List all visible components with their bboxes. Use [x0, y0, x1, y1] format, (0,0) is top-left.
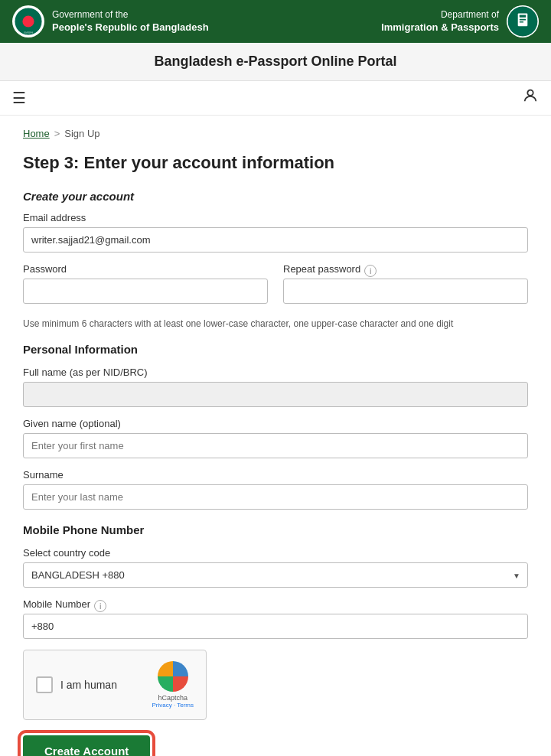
svg-point-1 [22, 15, 34, 27]
svg-text:বাংলাদেশ: বাংলাদেশ [24, 31, 34, 34]
navbar: ☰ [0, 81, 551, 116]
captcha-box[interactable]: I am human hCaptcha Privacy · Terms [23, 650, 207, 720]
given-name-group: Given name (optional) [23, 418, 528, 458]
svg-rect-7 [520, 21, 523, 23]
mobile-input[interactable] [23, 614, 528, 639]
create-account-button-wrapper: Create Account [23, 735, 528, 756]
step-title: Step 3: Enter your account information [23, 153, 528, 173]
captcha-label: I am human [60, 679, 117, 691]
breadcrumb: Home > Sign Up [23, 128, 528, 139]
repeat-password-group: Repeat password i [283, 263, 528, 304]
given-name-label: Given name (optional) [23, 418, 528, 429]
header-top: বাংলাদেশ Government of the People's Repu… [0, 0, 551, 43]
password-hint: Use minimum 6 characters with at least o… [23, 318, 528, 329]
user-icon[interactable] [522, 87, 539, 109]
email-label: Email address [23, 212, 528, 223]
captcha-brand-text: hCaptcha [152, 694, 194, 702]
fullname-input[interactable] [23, 382, 528, 407]
gov-branding: বাংলাদেশ Government of the People's Repu… [12, 5, 209, 37]
dept-branding: Department of Immigration & Passports [381, 5, 539, 37]
fullname-group: Full name (as per NID/BRC) [23, 367, 528, 407]
gov-logo: বাংলাদেশ [12, 5, 44, 37]
dept-logo [507, 5, 539, 37]
country-code-select-wrapper: BANGLADESH +880 INDIA +91 USA +1 UK +44 [23, 562, 528, 588]
mobile-label: Mobile Number [23, 598, 90, 610]
hamburger-icon[interactable]: ☰ [12, 89, 26, 107]
surname-label: Surname [23, 469, 528, 481]
captcha-logo: hCaptcha Privacy · Terms [152, 661, 194, 709]
surname-group: Surname [23, 469, 528, 510]
breadcrumb-current: Sign Up [64, 128, 99, 139]
mobile-info-icon[interactable]: i [94, 600, 106, 612]
svg-rect-6 [520, 19, 526, 21]
surname-input[interactable] [23, 484, 528, 510]
password-label: Password [23, 263, 268, 275]
breadcrumb-separator: > [54, 128, 60, 139]
email-group: Email address [23, 212, 528, 253]
portal-title-bar: Bangladesh e-Passport Online Portal [0, 43, 551, 81]
phone-section-title: Mobile Phone Number [23, 523, 528, 536]
password-input[interactable] [23, 279, 268, 304]
repeat-password-label: Repeat password [283, 263, 360, 275]
captcha-links: Privacy · Terms [152, 702, 194, 709]
country-code-group: Select country code BANGLADESH +880 INDI… [23, 547, 528, 588]
portal-title: Bangladesh e-Passport Online Portal [12, 54, 539, 70]
gov-text: Government of the People's Republic of B… [52, 8, 209, 35]
svg-rect-5 [520, 15, 526, 18]
captcha-checkbox[interactable] [36, 676, 53, 693]
captcha-left: I am human [36, 676, 117, 693]
country-code-select[interactable]: BANGLADESH +880 INDIA +91 USA +1 UK +44 [23, 562, 528, 588]
personal-info-section-title: Personal Information [23, 343, 528, 356]
email-input[interactable] [23, 227, 528, 253]
svg-point-8 [527, 90, 533, 96]
given-name-input[interactable] [23, 433, 528, 458]
mobile-number-group: Mobile Number i [23, 598, 528, 639]
repeat-password-info-icon[interactable]: i [364, 265, 377, 277]
repeat-password-input[interactable] [283, 279, 528, 304]
create-account-section-title: Create your account [23, 190, 528, 203]
captcha-logo-icon [158, 661, 188, 692]
dept-text: Department of Immigration & Passports [381, 8, 499, 35]
breadcrumb-home[interactable]: Home [23, 128, 50, 139]
password-group: Password [23, 263, 268, 304]
country-code-label: Select country code [23, 547, 528, 559]
fullname-label: Full name (as per NID/BRC) [23, 367, 528, 378]
create-account-button[interactable]: Create Account [23, 735, 150, 756]
password-row: Password Repeat password i [23, 263, 528, 314]
main-content: Home > Sign Up Step 3: Enter your accoun… [0, 116, 551, 756]
